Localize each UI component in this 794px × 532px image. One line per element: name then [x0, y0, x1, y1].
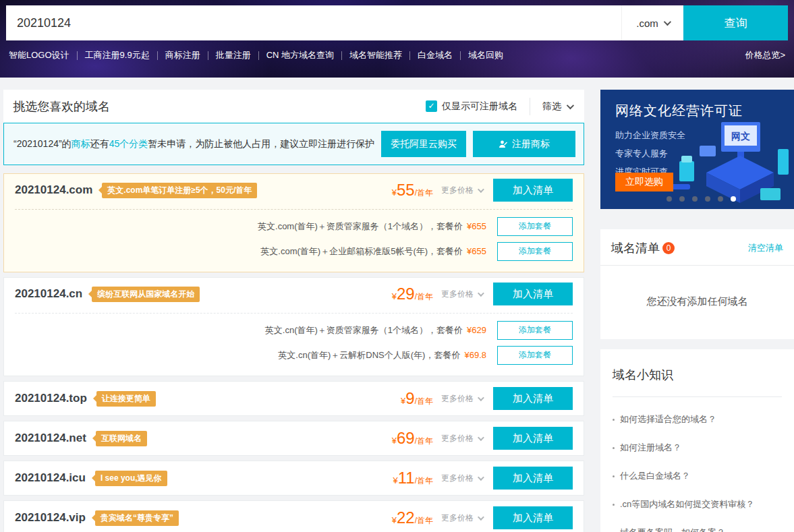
domain-price: ¥ 22 /首年 — [392, 508, 433, 527]
add-package-button[interactable]: 添加套餐 — [497, 217, 573, 236]
chevron-down-icon — [478, 474, 484, 481]
more-prices-toggle[interactable]: 更多价格 — [441, 185, 482, 196]
tld-select[interactable]: .com — [621, 5, 683, 40]
tip-link[interactable]: .cn等国内域名如何提交资料审核？ — [613, 498, 782, 510]
more-prices-toggle[interactable]: 更多价格 — [441, 289, 482, 300]
carousel-dot[interactable] — [705, 196, 710, 202]
banner-line: 专家专人服务 — [615, 148, 794, 160]
carousel-dot[interactable] — [679, 196, 685, 202]
price-value: 22 — [397, 508, 415, 527]
add-package-button[interactable]: 添加套餐 — [497, 321, 573, 340]
nav-item-business-registration[interactable]: 工商注册9.9元起 — [85, 49, 150, 61]
price-value: 29 — [397, 285, 415, 303]
domain-row: 20210124.com 英文.com单笔订单注册≥5个，50元/首年 ¥ 55… — [4, 174, 584, 206]
more-prices-toggle[interactable]: 更多价格 — [441, 512, 482, 524]
package-price: ¥655 — [467, 221, 486, 231]
entrust-aliyun-buy-button[interactable]: 委托阿里云购买 — [381, 131, 466, 157]
bullet-icon — [613, 447, 615, 449]
domain-tips-card: 域名小知识 如何选择适合您的域名？ 如何注册域名？ 什么是白金域名？ .cn等国… — [600, 349, 794, 532]
tip-link[interactable]: 域名要备案吗，如何备案？ — [613, 527, 782, 532]
filter-label: 筛选 — [542, 100, 561, 113]
more-prices-toggle[interactable]: 更多价格 — [441, 433, 482, 444]
banner-buy-now-button[interactable]: 立即选购 — [615, 173, 673, 191]
nav-divider — [258, 51, 259, 60]
tips-divider — [613, 396, 782, 397]
trademark-notice: “20210124”的商标还有45个分类暂未申请，为防止被他人占用，建议立即注册… — [3, 123, 584, 165]
tip-label: .cn等国内域名如何提交资料审核？ — [620, 498, 754, 510]
nav-item-domain-buyback[interactable]: 域名回购 — [468, 49, 503, 61]
carousel-dot[interactable] — [718, 196, 723, 202]
promo-badge: 缤纷互联网从国家域名开始 — [92, 287, 200, 302]
search-input[interactable] — [6, 5, 621, 40]
add-to-cart-button[interactable]: 加入清单 — [493, 506, 573, 529]
chevron-down-icon — [664, 18, 671, 26]
spacer — [4, 264, 584, 272]
domain-name: 20210124.net — [15, 432, 86, 445]
add-package-button[interactable]: 添加套餐 — [497, 242, 573, 261]
nav-item-platinum-domains[interactable]: 白金域名 — [418, 49, 453, 61]
search-box: .com — [6, 5, 683, 40]
cart-count-badge: 0 — [662, 242, 675, 254]
tip-link[interactable]: 什么是白金域名？ — [613, 470, 782, 482]
carousel-dot-active[interactable] — [731, 196, 736, 202]
search-button[interactable]: 查询 — [683, 5, 788, 40]
domain-tips-title: 域名小知识 — [613, 367, 782, 383]
bullet-icon — [613, 504, 615, 506]
filter-dropdown[interactable]: 筛选 — [542, 100, 572, 113]
more-prices-label: 更多价格 — [441, 473, 474, 484]
bullet-icon — [613, 475, 615, 477]
notice-prefix: “20210124”的 — [13, 138, 72, 149]
promo-badge: I see you,遇见你 — [95, 471, 167, 486]
domain-price: ¥ 69 /首年 — [392, 429, 433, 448]
price-unit: /首年 — [415, 187, 433, 199]
register-trademark-button[interactable]: 注册商标 — [473, 131, 575, 157]
tip-label: 什么是白金域名？ — [620, 470, 690, 482]
more-prices-label: 更多价格 — [441, 512, 474, 524]
promo-badge: 贵宾域名“尊贵专享” — [95, 510, 179, 526]
domain-row: 20210124.cn 缤纷互联网从国家域名开始 ¥ 29 /首年 更多价格 加… — [4, 278, 584, 310]
header-divider — [530, 98, 530, 115]
nav-item-cn-regional-lookup[interactable]: CN 地方域名查询 — [266, 49, 334, 61]
more-prices-toggle[interactable]: 更多价格 — [441, 393, 482, 405]
spacer — [4, 367, 584, 376]
price-value: 9 — [405, 389, 414, 408]
notice-buttons: 委托阿里云购买 注册商标 — [381, 131, 575, 157]
promo-badge: 让连接更简单 — [96, 391, 156, 407]
registrable-only-label[interactable]: 仅显示可注册域名 — [442, 100, 517, 113]
hero-header: .com 查询 智能LOGO设计 工商注册9.9元起 商标注册 批量注册 CN … — [0, 0, 794, 78]
results-header: 挑选您喜欢的域名 ✓ 仅显示可注册域名 筛选 — [3, 90, 584, 123]
categories-link[interactable]: 45个分类 — [109, 138, 148, 149]
domain-cart-header: 域名清单 0 清空清单 — [600, 229, 794, 266]
nav-item-bulk-registration[interactable]: 批量注册 — [216, 49, 251, 61]
package-description: 英文.cn(首年)＋云解析DNS个人版(年)，套餐价 — [278, 349, 460, 361]
trademark-link[interactable]: 商标 — [72, 138, 90, 149]
currency-symbol: ¥ — [392, 515, 397, 525]
carousel-dot[interactable] — [667, 196, 672, 202]
domain-row: 20210124.top 让连接更简单 ¥ 9 /首年 更多价格 加入清单 — [4, 382, 584, 415]
domain-price: ¥ 29 /首年 — [392, 285, 433, 303]
add-to-cart-button[interactable]: 加入清单 — [493, 467, 573, 490]
package-price: ¥629 — [467, 325, 486, 335]
chevron-down-icon — [567, 101, 574, 109]
more-prices-toggle[interactable]: 更多价格 — [441, 473, 482, 484]
add-to-cart-button[interactable]: 加入清单 — [493, 283, 573, 305]
tip-link[interactable]: 如何注册域名？ — [613, 442, 782, 454]
package-row: 英文.com(首年)＋资质管家服务（1个域名），套餐价 ¥655 添加套餐 — [4, 214, 584, 239]
tip-label: 域名要备案吗，如何备案？ — [620, 527, 725, 532]
nav-item-trademark-registration[interactable]: 商标注册 — [165, 49, 200, 61]
add-package-button[interactable]: 添加套餐 — [497, 346, 573, 365]
add-to-cart-button[interactable]: 加入清单 — [493, 427, 573, 450]
carousel-dot[interactable] — [692, 196, 698, 202]
nav-item-logo-design[interactable]: 智能LOGO设计 — [9, 49, 69, 61]
add-to-cart-button[interactable]: 加入清单 — [493, 179, 573, 202]
price-overview-link[interactable]: 价格总览> — [745, 49, 785, 61]
registrable-only-checkbox[interactable]: ✓ — [426, 100, 437, 112]
clear-cart-link[interactable]: 清空清单 — [748, 242, 783, 254]
tip-link[interactable]: 如何选择适合您的域名？ — [613, 413, 782, 425]
promo-banner[interactable]: 网文 网络文化经营许可证 助力企业资质安全 专家专人服务 进度实时可查 立即选购 — [600, 90, 794, 209]
package-row: 英文.cn(首年)＋资质管家服务（1个域名），套餐价 ¥629 添加套餐 — [4, 318, 584, 343]
nav-item-smart-recommendation[interactable]: 域名智能推荐 — [349, 49, 402, 61]
add-to-cart-button[interactable]: 加入清单 — [493, 387, 573, 410]
page-content: 挑选您喜欢的域名 ✓ 仅显示可注册域名 筛选 “20210124”的商标还有45… — [0, 78, 794, 532]
price-unit: /首年 — [415, 436, 433, 447]
